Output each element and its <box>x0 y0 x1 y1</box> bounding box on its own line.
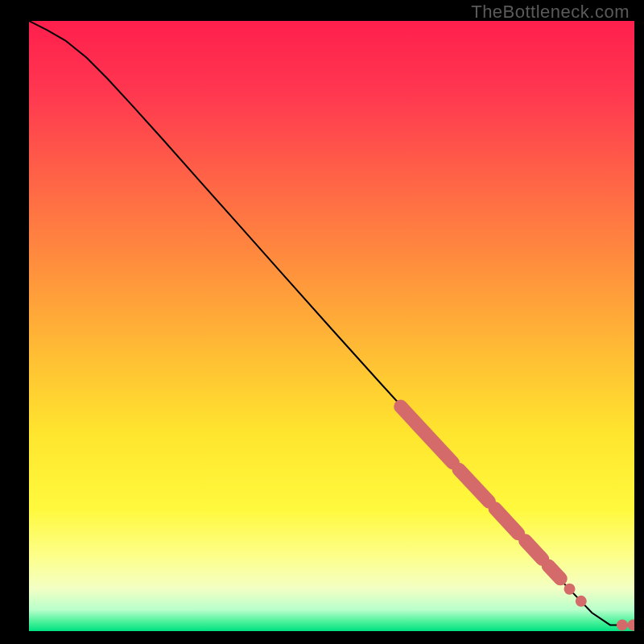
dot-point <box>617 619 628 630</box>
chart-body <box>29 21 639 631</box>
chart-stage: TheBottleneck.com <box>0 0 644 644</box>
chart-svg <box>0 0 644 644</box>
dot-point <box>564 584 576 595</box>
dot-segment <box>548 566 560 579</box>
dot-point <box>576 596 587 607</box>
gradient-background <box>29 21 634 631</box>
dot-point <box>628 619 639 630</box>
watermark-text: TheBottleneck.com <box>471 2 630 23</box>
